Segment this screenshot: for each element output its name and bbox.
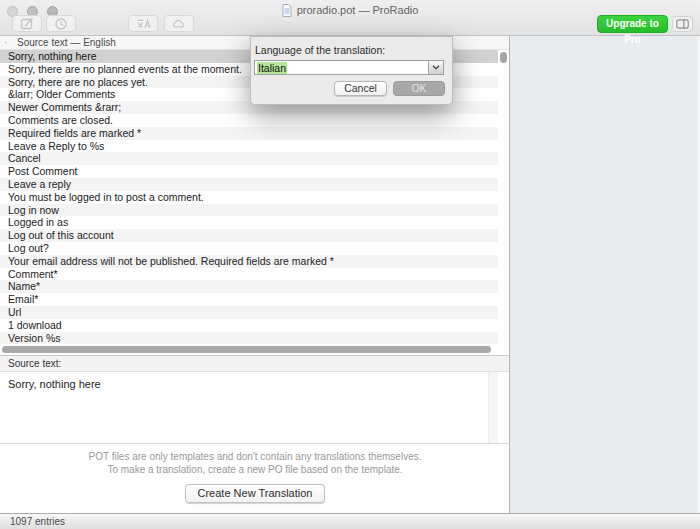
translation-sidebar — [509, 36, 700, 513]
list-item[interactable]: Log out? — [0, 242, 498, 255]
upgrade-to-pro-button[interactable]: Upgrade to Pro — [597, 15, 668, 33]
language-value: Italian — [257, 62, 287, 74]
list-item[interactable]: Comments are closed. — [0, 114, 498, 127]
list-item[interactable]: Logged in as — [0, 216, 498, 229]
sidebar-toggle-button[interactable] — [672, 16, 693, 32]
list-item[interactable]: Version %s — [0, 332, 498, 345]
list-horizontal-scrollbar-track — [0, 344, 510, 355]
list-item[interactable]: Required fields are marked * — [0, 127, 498, 140]
list-item[interactable]: Leave a Reply to %s — [0, 140, 498, 153]
list-item[interactable]: Name* — [0, 280, 498, 293]
list-item[interactable]: Log out of this account — [0, 229, 498, 242]
cancel-button[interactable]: Cancel — [334, 81, 387, 96]
history-button[interactable] — [46, 15, 76, 32]
combobox-dropdown-button[interactable] — [428, 61, 443, 74]
window-title: proradio.pot — ProRadio — [0, 3, 700, 17]
history-icon — [54, 17, 68, 31]
list-item[interactable]: 1 download — [0, 319, 498, 332]
list-item[interactable]: Log in now — [0, 204, 498, 217]
cloud-sync-button[interactable] — [164, 15, 194, 32]
source-text-scrollbar-track — [488, 372, 498, 443]
list-vertical-scrollbar[interactable] — [500, 52, 507, 63]
language-dialog: Language of the translation: Italian Can… — [250, 36, 453, 105]
pot-template-panel: POT files are only templates and don't c… — [0, 443, 510, 513]
language-combobox[interactable]: Italian — [254, 60, 444, 75]
list-item[interactable]: Leave a reply — [0, 178, 498, 191]
titlebar: proradio.pot — ProRadio Upgrade to Pro — [0, 0, 700, 36]
edit-icon — [20, 17, 34, 30]
column-header-label: Source text — English — [17, 37, 116, 48]
cloud-sync-icon — [172, 17, 186, 30]
pot-hint-line2: To make a translation, create a new PO f… — [0, 465, 510, 475]
list-item[interactable]: Email* — [0, 293, 498, 306]
source-text-area: Sorry, nothing here — [0, 372, 510, 443]
source-text-label: Source text: — [0, 355, 510, 372]
sidebar-toggle-icon — [676, 19, 689, 29]
list-item[interactable]: Your email address will not be published… — [0, 255, 498, 268]
chevron-down-icon — [432, 65, 440, 70]
translation-list-pane: · Source text — English Sorry, nothing h… — [0, 36, 510, 513]
pot-hint-line1: POT files are only templates and don't c… — [0, 452, 510, 462]
source-text-value: Sorry, nothing here — [0, 372, 510, 396]
edit-button[interactable] — [12, 15, 42, 32]
ok-button[interactable]: OK — [393, 81, 445, 96]
list-item[interactable]: You must be logged in to post a comment. — [0, 191, 498, 204]
sort-indicator-icon: · — [4, 36, 7, 49]
translate-icon — [136, 17, 151, 30]
list-item[interactable]: Comment* — [0, 268, 498, 281]
list-item[interactable]: Post Comment — [0, 165, 498, 178]
translate-button[interactable] — [128, 15, 158, 32]
window-title-text: proradio.pot — ProRadio — [297, 4, 419, 16]
entries-count: 1097 entries — [10, 516, 65, 527]
language-dialog-label: Language of the translation: — [255, 44, 385, 56]
list-item[interactable]: Cancel — [0, 152, 498, 165]
create-new-translation-button[interactable]: Create New Translation — [185, 484, 326, 503]
list-horizontal-scrollbar[interactable] — [2, 346, 491, 353]
list-item[interactable]: Url — [0, 306, 498, 319]
document-icon — [282, 4, 292, 17]
status-bar: 1097 entries — [0, 513, 700, 529]
